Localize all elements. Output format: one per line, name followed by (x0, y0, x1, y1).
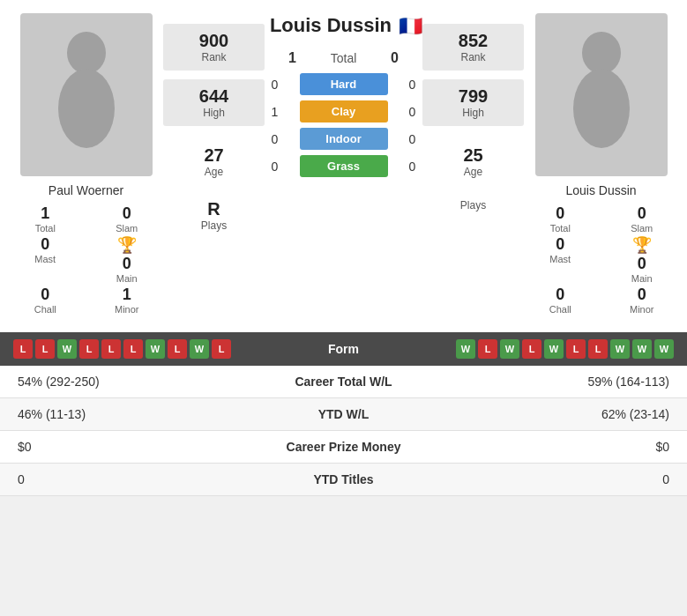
left-chall-label: Chall (34, 304, 56, 315)
surface-grass-btn[interactable]: Grass (300, 155, 388, 177)
stats-row: 0YTD Titles0 (0, 464, 687, 496)
svg-point-2 (582, 32, 621, 74)
right-high-label: High (433, 107, 513, 119)
right-player-name-header: Louis Dussin (270, 14, 392, 37)
left-total-cell: 1 Total (9, 204, 82, 234)
left-middle-stats: 900 Rank 644 High 27 Age R Plays (163, 13, 265, 315)
left-total-value: 1 (41, 204, 49, 223)
right-minor-label: Minor (630, 304, 654, 315)
form-badge-right: W (544, 339, 564, 359)
left-mast-label: Mast (34, 254, 56, 264)
right-rank-value: 852 (433, 31, 513, 51)
stats-left-value: 54% (292-250) (18, 375, 194, 389)
right-trophy-icon: 🏆 (632, 235, 652, 255)
right-player-card: Louis Dussin 0 Total 0 Slam 0 Mast 🏆 0 (524, 13, 678, 315)
right-flag: 🇫🇷 (399, 15, 422, 38)
right-high-value: 799 (433, 86, 513, 107)
form-badge-left: L (123, 339, 143, 359)
right-rank-label: Rank (433, 51, 513, 63)
surface-clay-btn[interactable]: Clay (300, 100, 388, 122)
center-section: Louis Dussin 🇫🇷 1 Total 0 0 Hard 0 1 (265, 13, 422, 315)
form-badge-left: L (212, 339, 231, 359)
left-plays-value: R (172, 199, 256, 219)
form-badge-right: L (588, 339, 608, 359)
surface-rows: 0 Hard 0 1 Clay 0 0 Indoor 0 (265, 73, 422, 177)
svg-point-1 (58, 69, 115, 148)
right-main-label: Main (631, 273, 653, 284)
clay-score-right: 0 (404, 105, 422, 119)
left-mast-cell: 0 Mast (9, 235, 82, 284)
clay-score-left: 1 (266, 105, 284, 119)
form-badge-right: W (632, 339, 652, 359)
form-badge-right: L (566, 339, 586, 359)
hard-score-left: 0 (266, 78, 284, 92)
form-label: Form (309, 342, 379, 356)
grass-score-right: 0 (404, 160, 422, 174)
svg-point-3 (573, 69, 630, 148)
form-badge-left: W (146, 339, 165, 359)
left-age-label: Age (172, 166, 256, 178)
form-badge-right: W (500, 339, 519, 359)
stats-right-value: 0 (493, 472, 669, 486)
right-player-name: Louis Dussin (565, 183, 636, 197)
surface-indoor-btn[interactable]: Indoor (300, 128, 388, 150)
left-slam-value: 0 (123, 204, 131, 223)
stats-right-value: 62% (23-14) (493, 407, 669, 421)
left-player-avatar (20, 13, 153, 176)
right-chall-cell: 0 Chall (524, 286, 597, 315)
form-badge-left: L (168, 339, 187, 359)
form-badge-right: W (610, 339, 630, 359)
stats-center-label: YTD Titles (194, 472, 493, 486)
right-slam-value: 0 (638, 204, 646, 223)
right-minor-value: 0 (638, 286, 646, 304)
left-plays-label: Plays (172, 219, 256, 232)
left-chall-value: 0 (41, 286, 49, 304)
indoor-score-right: 0 (404, 132, 422, 146)
form-badge-left: L (79, 339, 99, 359)
left-rank-box: 900 Rank (163, 24, 265, 71)
left-player-card: Paul Woerner 1 Total 0 Slam 0 Mast 🏆 0 (9, 13, 163, 315)
right-high-box: 799 High (422, 79, 524, 126)
left-minor-cell: 1 Minor (91, 286, 164, 315)
form-badge-right: W (654, 339, 674, 359)
right-middle-stats: 852 Rank 799 High 25 Age Plays (422, 13, 524, 315)
left-main-value: 0 (123, 255, 131, 273)
stats-row: 46% (11-13)YTD W/L62% (23-14) (0, 398, 687, 431)
stats-left-value: 0 (18, 472, 194, 486)
right-main-value: 0 (638, 255, 646, 273)
right-age-label: Age (431, 166, 515, 178)
right-mast-trophy-cell: 🏆 0 Main (606, 235, 679, 284)
right-form-badges: WLWLWLLWWW (456, 339, 674, 359)
right-age-value: 25 (431, 145, 515, 166)
right-mast-label: Mast (549, 254, 571, 264)
left-age-value: 27 (172, 145, 256, 166)
left-form-badges: LLWLLLWLWL (13, 339, 231, 359)
right-rank-box: 852 Rank (422, 24, 524, 71)
right-player-avatar (535, 13, 668, 176)
left-slam-cell: 0 Slam (91, 204, 164, 234)
total-score-right: 0 (386, 50, 404, 66)
right-mast-cell: 0 Mast (524, 235, 597, 284)
stats-row: $0Career Prize Money$0 (0, 431, 687, 464)
left-age-box: 27 Age (163, 135, 265, 189)
form-badge-left: W (57, 339, 77, 359)
left-high-value: 644 (174, 86, 254, 107)
left-main-label: Main (116, 273, 138, 284)
stats-row: 54% (292-250)Career Total W/L59% (164-11… (0, 366, 687, 398)
stats-center-label: Career Total W/L (194, 375, 493, 389)
right-total-cell: 0 Total (524, 204, 597, 234)
stats-table: 54% (292-250)Career Total W/L59% (164-11… (0, 366, 687, 496)
surface-hard-btn[interactable]: Hard (300, 73, 388, 95)
left-minor-value: 1 (123, 286, 131, 304)
grass-score-left: 0 (266, 160, 284, 174)
form-badge-left: L (101, 339, 121, 359)
stats-center-label: Career Prize Money (194, 440, 493, 454)
form-badge-right: L (522, 339, 541, 359)
form-section: LLWLLLWLWL Form WLWLWLLWWW (0, 332, 687, 366)
total-score-left: 1 (284, 50, 302, 66)
left-total-label: Total (35, 223, 56, 234)
left-rank-value: 900 (174, 31, 254, 51)
form-badge-right: W (456, 339, 475, 359)
top-section: Paul Woerner 1 Total 0 Slam 0 Mast 🏆 0 (0, 0, 687, 323)
hard-score-right: 0 (404, 78, 422, 92)
